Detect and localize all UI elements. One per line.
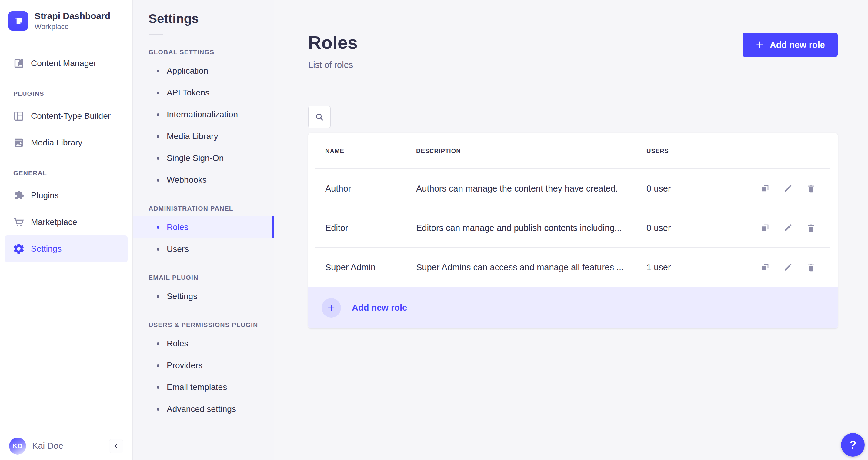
table-row-super-admin[interactable]: Super Admin Super Admins can access and …: [308, 248, 838, 287]
subnav-item-label: Providers: [167, 361, 203, 370]
workspace-switcher[interactable]: Strapi Dashboard Workplace: [0, 0, 132, 42]
subnav-item-label: Media Library: [167, 131, 218, 141]
table-header-row: NAME DESCRIPTION USERS: [308, 133, 838, 169]
edit-role-button[interactable]: [783, 223, 794, 233]
subnav-item-roles[interactable]: Roles: [133, 216, 274, 238]
role-description: Authors can manage the content they have…: [416, 184, 647, 194]
subnav-item-email-settings[interactable]: Settings: [133, 285, 274, 307]
sidebar-item-label: Content-Type Builder: [31, 111, 111, 121]
sidebar-item-content-type-builder[interactable]: Content-Type Builder: [0, 103, 132, 129]
collapse-sidebar-button[interactable]: [109, 439, 123, 453]
avatar: KD: [9, 437, 26, 455]
subnav-section-administration-panel: ADMINISTRATION PANEL Roles Users: [133, 205, 274, 260]
settings-subnav: Settings GLOBAL SETTINGS Application API…: [133, 0, 274, 460]
page-title: Roles: [308, 33, 358, 53]
sidebar-item-content-manager[interactable]: Content Manager: [0, 50, 132, 77]
subnav-item-application[interactable]: Application: [133, 60, 274, 82]
bullet-dot: [157, 364, 159, 367]
duplicate-role-button[interactable]: [760, 262, 770, 272]
subnav-section-label: GLOBAL SETTINGS: [133, 49, 274, 56]
role-users-count: 1 user: [647, 263, 745, 272]
bullet-dot: [157, 342, 159, 345]
table-row-editor[interactable]: Editor Editors can manage and publish co…: [308, 208, 838, 248]
help-button[interactable]: ?: [841, 433, 865, 457]
role-description: Editors can manage and publish contents …: [416, 223, 647, 233]
subnav-item-single-sign-on[interactable]: Single Sign-On: [133, 147, 274, 169]
delete-role-button[interactable]: [806, 223, 816, 233]
chevron-left-icon: [113, 443, 119, 450]
subnav-section-users-permissions-plugin: USERS & PERMISSIONS PLUGIN Roles Provide…: [133, 321, 274, 420]
subnav-item-users[interactable]: Users: [133, 238, 274, 260]
plus-icon: [327, 303, 336, 312]
column-header-description: DESCRIPTION: [416, 148, 647, 155]
column-header-users: USERS: [647, 148, 745, 155]
subnav-item-label: Email templates: [167, 382, 227, 392]
subnav-item-label: Settings: [167, 292, 197, 301]
sidebar-item-media-library[interactable]: Media Library: [0, 129, 132, 156]
subnav-item-providers[interactable]: Providers: [133, 355, 274, 376]
role-name: Author: [325, 184, 416, 194]
sidebar-item-label: Marketplace: [31, 217, 77, 227]
user-name: Kai Doe: [32, 441, 63, 451]
sidebar-section-plugins: PLUGINS: [0, 90, 132, 97]
subnav-item-label: Application: [167, 66, 208, 76]
page-header: Roles List of roles Add new role: [308, 33, 838, 70]
delete-role-button[interactable]: [806, 262, 816, 272]
role-users-count: 0 user: [647, 223, 745, 233]
subnav-item-api-tokens[interactable]: API Tokens: [133, 82, 274, 104]
sidebar-section-general: GENERAL: [0, 170, 132, 177]
user-menu[interactable]: KD Kai Doe: [9, 437, 63, 455]
edit-role-button[interactable]: [783, 262, 794, 272]
subnav-item-internationalization[interactable]: Internationalization: [133, 104, 274, 125]
table-footer-add-new-role[interactable]: Add new role: [308, 287, 838, 329]
subnav-item-label: Roles: [167, 222, 188, 232]
subnav-item-webhooks[interactable]: Webhooks: [133, 169, 274, 191]
subnav-item-up-roles[interactable]: Roles: [133, 333, 274, 355]
feather-icon: [13, 57, 25, 69]
add-new-role-button[interactable]: Add new role: [743, 33, 838, 57]
bullet-dot: [157, 295, 159, 298]
trash-icon: [806, 263, 816, 272]
sidebar-item-label: Media Library: [31, 138, 83, 148]
bullet-dot: [157, 408, 159, 410]
column-header-name: NAME: [325, 148, 416, 155]
duplicate-role-button[interactable]: [760, 183, 770, 194]
delete-role-button[interactable]: [806, 183, 816, 194]
layout-icon: [13, 110, 25, 122]
sidebar-item-plugins[interactable]: Plugins: [0, 182, 132, 209]
pencil-icon: [783, 184, 794, 193]
sidebar-nav: Content Manager PLUGINS Content-Type Bui…: [0, 42, 132, 432]
pencil-icon: [783, 223, 794, 233]
trash-icon: [806, 223, 816, 233]
table-row-author[interactable]: Author Authors can manage the content th…: [308, 169, 838, 208]
sidebar-item-marketplace[interactable]: Marketplace: [0, 209, 132, 236]
search-icon: [315, 112, 324, 122]
search-button[interactable]: [308, 106, 331, 128]
subnav-item-media-library[interactable]: Media Library: [133, 125, 274, 147]
trash-icon: [806, 184, 816, 193]
sidebar-item-label: Content Manager: [31, 59, 96, 68]
subnav-section-email-plugin: EMAIL PLUGIN Settings: [133, 274, 274, 307]
subnav-item-label: Single Sign-On: [167, 153, 224, 163]
divider: [149, 34, 163, 35]
bullet-dot: [157, 113, 159, 116]
duplicate-icon: [760, 263, 770, 272]
bullet-dot: [157, 386, 159, 389]
cart-icon: [13, 216, 25, 228]
bullet-dot: [157, 70, 159, 72]
bullet-dot: [157, 226, 159, 229]
app-title: Strapi Dashboard: [35, 11, 110, 22]
sidebar-footer: KD Kai Doe: [0, 431, 132, 460]
sidebar-item-settings[interactable]: Settings: [5, 236, 128, 262]
subnav-item-label: API Tokens: [167, 88, 210, 98]
duplicate-role-button[interactable]: [760, 223, 770, 233]
bullet-dot: [157, 92, 159, 94]
pencil-icon: [783, 263, 794, 272]
edit-role-button[interactable]: [783, 183, 794, 194]
roles-table: NAME DESCRIPTION USERS Author Authors ca…: [308, 133, 838, 329]
subnav-item-advanced-settings[interactable]: Advanced settings: [133, 398, 274, 420]
image-icon: [13, 137, 25, 149]
workplace-label: Workplace: [35, 23, 110, 31]
subnav-item-email-templates[interactable]: Email templates: [133, 376, 274, 398]
strapi-logo: [8, 11, 28, 31]
